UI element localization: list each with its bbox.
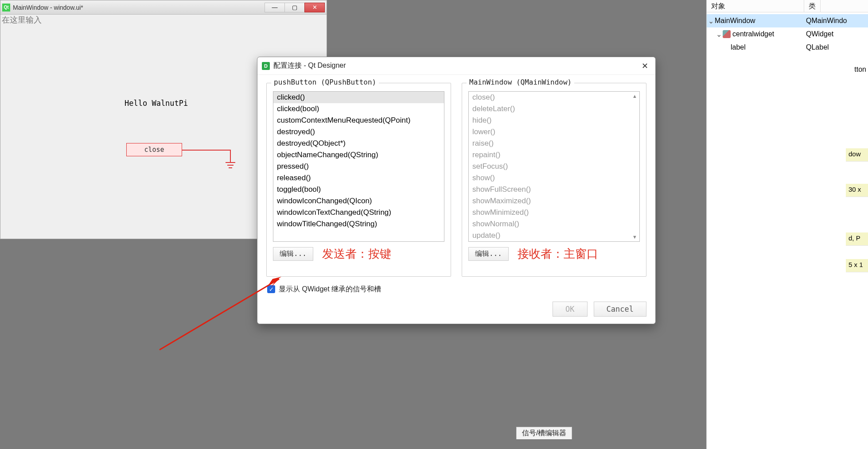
signal-item[interactable]: clicked() (273, 92, 444, 103)
slot-item[interactable]: showMaximized() (469, 195, 639, 207)
slot-item[interactable]: update() (469, 230, 639, 241)
dialog-close-icon[interactable]: ✕ (638, 60, 651, 72)
chevron-down-icon[interactable]: ⌄ (715, 30, 723, 39)
edit-slots-button[interactable]: 编辑... (468, 247, 509, 261)
signal-connector-line (182, 150, 231, 151)
signal-item[interactable]: windowIconTextChanged(QString) (273, 207, 444, 218)
menu-placeholder[interactable]: 在这里输入 (2, 15, 42, 25)
slot-item[interactable]: showFullScreen() (469, 184, 639, 195)
scroll-down-icon[interactable]: ▼ (632, 234, 638, 240)
designer-icon: D (262, 62, 270, 70)
tree-row-label[interactable]: label QLabel (707, 41, 868, 54)
ok-button[interactable]: OK (553, 302, 587, 317)
show-inherited-label[interactable]: 显示从 QWidget 继承的信号和槽 (279, 285, 381, 294)
tree-row-mainwindow[interactable]: ⌄ MainWindow QMainWindo (707, 14, 868, 27)
signal-item[interactable]: toggled(bool) (273, 184, 444, 195)
prop-hint-1: 30 x (846, 184, 868, 197)
signal-item[interactable]: clicked(bool) (273, 103, 444, 115)
prop-hint-3: 5 x 1 (846, 259, 868, 272)
sender-group-title: pushButton (QPushButton) (271, 78, 379, 86)
property-editor-fragment: dow 30 x d, P 5 x 1 (846, 108, 868, 272)
widget-icon (723, 30, 731, 38)
receiver-group: MainWindow (QMainWindow) ▲ ▼ close()dele… (462, 83, 646, 277)
scroll-up-icon[interactable]: ▲ (632, 93, 638, 99)
ground-icon (230, 150, 235, 168)
col-object[interactable]: 对象 (707, 0, 804, 12)
slot-item[interactable]: raise() (469, 138, 639, 149)
scrollbar[interactable]: ▲ ▼ (632, 93, 638, 240)
signal-item[interactable]: windowTitleChanged(QString) (273, 218, 444, 230)
slot-item[interactable]: lower() (469, 126, 639, 138)
close-button[interactable]: ✕ (304, 3, 325, 12)
sender-group: pushButton (QPushButton) clicked()clicke… (266, 83, 451, 277)
minimize-button[interactable]: — (265, 3, 285, 12)
dialog-titlebar: D 配置连接 - Qt Designer ✕ (257, 57, 655, 75)
slot-item[interactable]: deleteLater() (469, 103, 639, 115)
cancel-button[interactable]: Cancel (594, 302, 646, 317)
slot-item[interactable]: hide() (469, 115, 639, 126)
dialog-title: 配置连接 - Qt Designer (273, 61, 638, 70)
signal-item[interactable]: pressed() (273, 161, 444, 172)
prop-hint-0: dow (846, 148, 868, 162)
qt-icon: Qt (2, 4, 10, 12)
show-inherited-checkbox[interactable]: ✓ (267, 285, 275, 293)
edit-signals-button[interactable]: 编辑... (273, 247, 313, 261)
signal-item[interactable]: released() (273, 172, 444, 184)
signal-item[interactable]: destroyed(QObject*) (273, 138, 444, 149)
slots-listbox[interactable]: ▲ ▼ close()deleteLater()hide()lower()rai… (468, 91, 640, 242)
sender-annotation: 发送者：按键 (322, 246, 391, 262)
maximize-button[interactable]: ▢ (284, 3, 305, 12)
close-signal-box[interactable]: close (126, 143, 182, 156)
receiver-annotation: 接收者：主窗口 (518, 246, 598, 262)
dialog-checkbox-row: ✓ 显示从 QWidget 继承的信号和槽 (257, 281, 655, 297)
tree-row-hidden-suffix: tton (854, 66, 866, 74)
signal-item[interactable]: destroyed() (273, 126, 444, 138)
object-tree[interactable]: ⌄ MainWindow QMainWindo ⌄ centralwidget … (707, 12, 868, 56)
slot-item[interactable]: showNormal() (469, 218, 639, 230)
col-class[interactable]: 类 (804, 0, 821, 12)
design-titlebar: Qt MainWindow - window.ui* — ▢ ✕ (0, 0, 327, 15)
receiver-group-title: MainWindow (QMainWindow) (467, 78, 574, 86)
signals-listbox[interactable]: clicked()clicked(bool)customContextMenuR… (273, 91, 444, 242)
hello-label: Hello WalnutPi (125, 99, 188, 108)
prop-hint-2: d, P (846, 232, 868, 246)
object-inspector-header: 对象 类 (707, 0, 868, 12)
chevron-down-icon[interactable]: ⌄ (707, 17, 715, 25)
signal-item[interactable]: windowIconChanged(QIcon) (273, 195, 444, 207)
object-inspector-panel: 对象 类 ⌄ MainWindow QMainWindo ⌄ centralwi… (706, 0, 868, 449)
design-window-title: MainWindow - window.ui* (13, 4, 265, 11)
signal-slot-editor-tab[interactable]: 信号/槽编辑器 (516, 427, 572, 439)
slot-item[interactable]: repaint() (469, 149, 639, 161)
signal-item[interactable]: objectNameChanged(QString) (273, 149, 444, 161)
slot-item[interactable]: showMinimized() (469, 207, 639, 218)
signal-item[interactable]: customContextMenuRequested(QPoint) (273, 115, 444, 126)
slot-item[interactable]: close() (469, 92, 639, 103)
configure-connection-dialog: D 配置连接 - Qt Designer ✕ pushButton (QPush… (257, 57, 656, 324)
slot-item[interactable]: show() (469, 172, 639, 184)
tree-row-centralwidget[interactable]: ⌄ centralwidget QWidget (707, 27, 868, 41)
slot-item[interactable]: setFocus() (469, 161, 639, 172)
